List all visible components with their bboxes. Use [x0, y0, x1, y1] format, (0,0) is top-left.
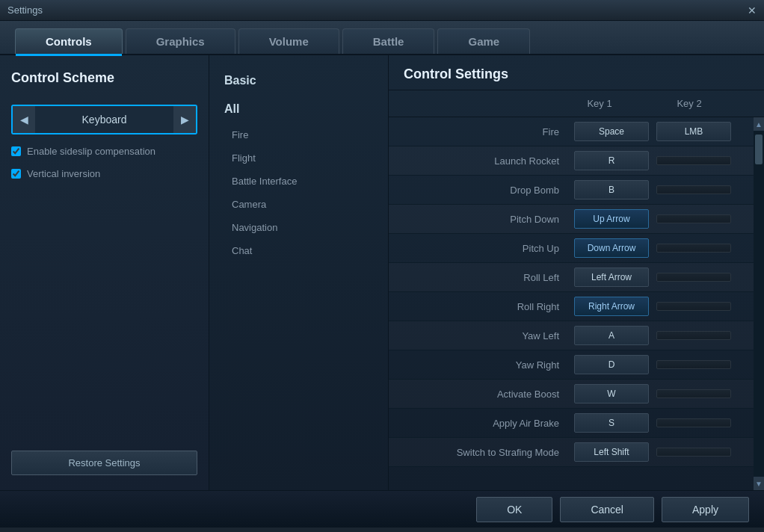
key1-button[interactable]: Right Arrow [574, 297, 649, 316]
scroll-thumb[interactable] [755, 134, 763, 164]
tab-graphics[interactable]: Graphics [126, 28, 235, 54]
scrollbar[interactable]: ▲ ▼ [754, 117, 764, 490]
key-row: Yaw LeftA [389, 321, 754, 350]
key2-button[interactable] [656, 331, 731, 340]
sideslip-checkbox[interactable] [11, 146, 21, 156]
scroll-down-button[interactable]: ▼ [754, 477, 764, 490]
key1-button[interactable]: W [574, 384, 649, 403]
action-name: Fire [404, 126, 574, 137]
scheme-next-button[interactable]: ▶ [173, 106, 196, 133]
action-name: Yaw Right [404, 359, 574, 371]
right-panel: Control Settings Key 1 Key 2 FireSpaceLM… [389, 55, 764, 490]
key2-button[interactable] [656, 448, 731, 457]
tab-bar: Controls Graphics Volume Battle Game [0, 21, 764, 55]
key-row: Yaw RightD [389, 350, 754, 380]
category-fire[interactable]: Fire [209, 123, 388, 146]
vertical-inversion-label: Vertical inversion [27, 168, 100, 179]
key1-button[interactable]: D [574, 355, 649, 374]
key-row: Drop BombB [389, 176, 754, 205]
left-panel: Control Scheme ◀ Keyboard ▶ Enable sides… [0, 55, 209, 490]
category-camera[interactable]: Camera [209, 193, 388, 216]
bottom-bar: OK Cancel Apply [0, 490, 764, 528]
key1-button[interactable]: R [574, 151, 649, 170]
key-row: Roll RightRight Arrow [389, 292, 754, 321]
category-flight[interactable]: Flight [209, 146, 388, 170]
scheme-label: Keyboard [35, 108, 173, 132]
key-row: Roll LeftLeft Arrow [389, 263, 754, 292]
key1-button[interactable]: A [574, 326, 649, 345]
key1-button[interactable]: Up Arrow [574, 209, 649, 229]
key1-button[interactable]: Space [574, 122, 649, 141]
tab-controls[interactable]: Controls [15, 28, 123, 54]
action-name: Roll Right [404, 301, 574, 312]
control-scheme-title: Control Scheme [11, 70, 197, 86]
key2-button[interactable] [656, 418, 731, 427]
tab-battle[interactable]: Battle [342, 28, 435, 54]
key-row: Apply Air BrakeS [389, 409, 754, 438]
key1-header: Key 1 [555, 98, 644, 109]
close-button[interactable]: ✕ [748, 5, 757, 16]
tab-game[interactable]: Game [437, 28, 530, 54]
key-bindings-scroll-area[interactable]: FireSpaceLMBLaunch RocketRDrop BombBPitc… [389, 117, 764, 490]
key-row: Launch RocketR [389, 146, 754, 176]
key2-button[interactable] [656, 273, 731, 282]
category-battle-interface[interactable]: Battle Interface [209, 170, 388, 193]
sideslip-label: Enable sideslip compensation [27, 146, 155, 157]
key2-button[interactable] [656, 214, 731, 223]
vertical-inversion-checkbox[interactable] [11, 169, 21, 179]
key-row: Activate BoostW [389, 380, 754, 409]
window-title: Settings [7, 4, 43, 16]
vertical-inversion-checkbox-row: Vertical inversion [11, 168, 197, 179]
key1-button[interactable]: S [574, 413, 649, 433]
action-name: Switch to Strafing Mode [404, 447, 574, 458]
key2-button[interactable] [656, 156, 731, 165]
restore-settings-button[interactable]: Restore Settings [11, 451, 197, 475]
apply-button[interactable]: Apply [662, 497, 749, 522]
category-navigation[interactable]: Navigation [209, 216, 388, 239]
key1-button[interactable]: Left Arrow [574, 267, 649, 287]
key2-button[interactable] [656, 389, 731, 398]
key2-button[interactable] [656, 360, 731, 369]
action-name: Drop Bomb [404, 185, 574, 196]
category-chat[interactable]: Chat [209, 239, 388, 262]
action-name: Launch Rocket [404, 155, 574, 167]
action-name: Apply Air Brake [404, 418, 574, 429]
key-row: Pitch DownUp Arrow [389, 205, 754, 234]
scroll-up-button[interactable]: ▲ [754, 117, 764, 131]
action-name: Yaw Left [404, 330, 574, 341]
action-name: Pitch Down [404, 214, 574, 225]
key1-button[interactable]: B [574, 180, 649, 200]
action-name: Activate Boost [404, 389, 574, 400]
scheme-prev-button[interactable]: ◀ [13, 106, 35, 133]
scroll-thumb-area [754, 131, 764, 477]
control-settings-title: Control Settings [389, 55, 764, 90]
key2-button[interactable] [656, 185, 731, 194]
key2-button[interactable]: LMB [656, 122, 731, 141]
section-basic[interactable]: Basic [209, 66, 388, 95]
tab-volume[interactable]: Volume [238, 28, 339, 54]
cancel-button[interactable]: Cancel [560, 497, 654, 522]
action-name: Roll Left [404, 272, 574, 283]
scheme-selector: ◀ Keyboard ▶ [11, 105, 197, 134]
key-row: Switch to Strafing ModeLeft Shift [389, 438, 754, 467]
main-content: Control Scheme ◀ Keyboard ▶ Enable sides… [0, 55, 764, 490]
ok-button[interactable]: OK [476, 497, 552, 522]
key2-button[interactable] [656, 302, 731, 311]
section-all[interactable]: All [209, 95, 388, 123]
key1-button[interactable]: Down Arrow [574, 238, 649, 258]
action-name: Pitch Up [404, 243, 574, 254]
key2-button[interactable] [656, 244, 731, 253]
sideslip-checkbox-row: Enable sideslip compensation [11, 146, 197, 157]
key-row: FireSpaceLMB [389, 117, 754, 146]
key-table-header: Key 1 Key 2 [389, 90, 764, 117]
mid-panel: Basic All Fire Flight Battle Interface C… [209, 55, 389, 490]
title-bar: Settings ✕ [0, 0, 764, 21]
key1-button[interactable]: Left Shift [574, 442, 649, 462]
key-row: Pitch UpDown Arrow [389, 234, 754, 263]
key2-header: Key 2 [644, 98, 734, 109]
